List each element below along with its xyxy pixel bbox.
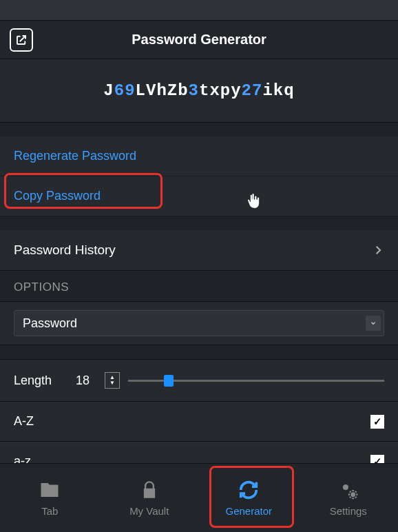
content-scroll[interactable]: J69LVhZb3txpy27ikq Regenerate Password C…: [0, 59, 398, 463]
length-label: Length: [14, 374, 76, 388]
length-slider[interactable]: [128, 374, 384, 387]
password-history-label: Password History: [14, 243, 116, 258]
slider-thumb[interactable]: [164, 375, 174, 387]
copy-password-button[interactable]: Copy Password: [0, 176, 398, 216]
length-value: 18: [76, 374, 105, 388]
uppercase-checkbox[interactable]: ✓: [370, 415, 384, 429]
regenerate-button[interactable]: Regenerate Password: [0, 136, 398, 176]
window-titlebar: [0, 0, 398, 21]
options-section-label: OPTIONS: [0, 271, 398, 301]
bottom-nav: Tab My Vault Generator Settings: [0, 463, 398, 532]
header: Password Generator: [0, 21, 398, 59]
nav-tab-label: Tab: [41, 505, 58, 517]
password-type-row: Password: [0, 301, 398, 345]
nav-generator-label: Generator: [225, 505, 272, 517]
lowercase-row: a-z ✓: [0, 441, 398, 463]
length-stepper[interactable]: ▲ ▼: [105, 372, 120, 389]
slider-track: [128, 380, 384, 382]
length-row: Length 18 ▲ ▼: [0, 359, 398, 401]
page-title: Password Generator: [10, 32, 388, 48]
nav-tab[interactable]: Tab: [0, 464, 100, 532]
nav-vault[interactable]: My Vault: [100, 464, 200, 532]
svg-point-0: [343, 484, 348, 490]
stepper-down-icon: ▼: [109, 380, 115, 386]
folder-icon: [39, 479, 61, 501]
chevron-right-icon: [372, 244, 384, 256]
copy-password-label: Copy Password: [14, 189, 101, 203]
lowercase-label: a-z: [14, 454, 31, 463]
password-type-value: Password: [23, 316, 77, 331]
lowercase-checkbox[interactable]: ✓: [370, 455, 384, 464]
nav-settings[interactable]: Settings: [299, 464, 399, 532]
svg-point-1: [350, 492, 355, 497]
password-type-select[interactable]: Password: [14, 310, 384, 336]
nav-generator[interactable]: Generator: [199, 464, 299, 532]
chevron-down-icon: [366, 316, 381, 331]
gears-icon: [337, 479, 359, 501]
nav-settings-label: Settings: [330, 505, 367, 517]
uppercase-row: A-Z ✓: [0, 401, 398, 441]
nav-vault-label: My Vault: [129, 505, 169, 517]
password-history-button[interactable]: Password History: [0, 230, 398, 271]
refresh-icon: [238, 479, 260, 501]
lock-icon: [138, 479, 160, 501]
generated-password: J69LVhZb3txpy27ikq: [0, 59, 398, 123]
uppercase-label: A-Z: [14, 414, 34, 429]
